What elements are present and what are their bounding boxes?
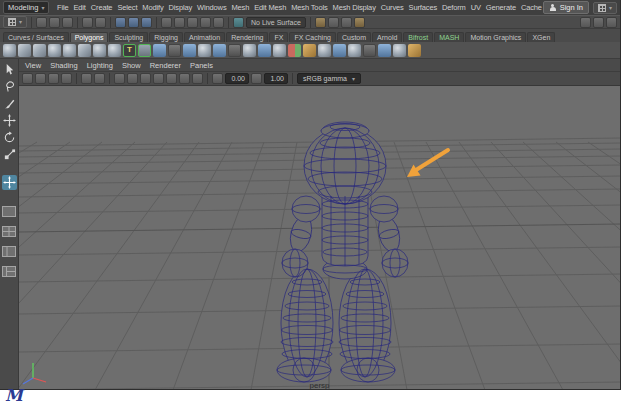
view-transform-dropdown[interactable]: sRGB gamma ▾ [297,73,361,84]
panel-menu-shading[interactable]: Shading [50,61,78,70]
menu-mesh-tools[interactable]: Mesh Tools [289,3,330,12]
menu-mesh-display[interactable]: Mesh Display [330,3,378,12]
tab-bifrost[interactable]: Bifrost [403,32,433,42]
menu-create[interactable]: Create [88,3,115,12]
tab-rigging[interactable]: Rigging [149,32,183,42]
tab-xgen[interactable]: XGen [527,32,555,42]
tab-animation[interactable]: Animation [184,32,225,42]
panel-menu-lighting[interactable]: Lighting [87,61,113,70]
pan-zoom-2d-icon[interactable] [81,73,92,84]
bookmark-icon[interactable] [48,73,59,84]
resolution-gate-icon[interactable] [127,73,138,84]
panel-menu-show[interactable]: Show [122,61,141,70]
target-weld-icon[interactable] [213,44,226,57]
panel-menu-panels[interactable]: Panels [190,61,213,70]
oversampling-icon[interactable] [94,73,105,84]
mirror-icon[interactable] [333,44,346,57]
select-component-icon[interactable] [141,17,152,28]
selection-mask-dropdown[interactable]: ▾ [3,16,27,28]
exposure-field[interactable]: 0.00 [225,73,249,84]
render-settings-icon[interactable] [354,17,365,28]
bridge-icon[interactable] [258,44,271,57]
poly-torus-icon[interactable] [63,44,76,57]
make-live-icon[interactable] [233,17,244,28]
ipr-render-icon[interactable] [341,17,352,28]
open-scene-icon[interactable] [49,17,60,28]
sculpt-brush-icon[interactable] [408,44,421,57]
tab-fx[interactable]: FX [269,32,288,42]
crease-icon[interactable] [393,44,406,57]
safe-action-icon[interactable] [166,73,177,84]
snap-grid-icon[interactable] [161,17,172,28]
render-view-icon[interactable] [315,17,326,28]
lock-camera-icon[interactable] [22,73,33,84]
smooth-mesh-icon[interactable] [378,44,391,57]
poly-cube-icon[interactable] [18,44,31,57]
workspace-selector[interactable]: Modeling ▾ [3,1,49,14]
scale-tool[interactable] [2,147,17,162]
layout-two-pane-button[interactable] [2,243,16,261]
undo-icon[interactable] [82,17,93,28]
new-scene-icon[interactable] [36,17,47,28]
poly-cylinder-icon[interactable] [33,44,46,57]
save-scene-icon[interactable] [62,17,73,28]
rotate-tool[interactable] [2,130,17,145]
tab-mash[interactable]: MASH [434,32,464,42]
menu-display[interactable]: Display [166,3,195,12]
gamma-icon[interactable] [251,73,262,84]
select-object-icon[interactable] [128,17,139,28]
layout-persp-outliner-button[interactable] [2,263,16,281]
snap-view-plane-icon[interactable] [213,17,224,28]
super-shape-icon[interactable] [153,44,166,57]
bevel-icon[interactable] [243,44,256,57]
tab-custom[interactable]: Custom [337,32,371,42]
menu-edit-mesh[interactable]: Edit Mesh [252,3,289,12]
tab-fx-caching[interactable]: FX Caching [289,32,336,42]
image-plane-icon[interactable] [61,73,72,84]
menu-cache[interactable]: Cache [518,3,542,12]
tool-settings-toggle-icon[interactable] [593,17,604,28]
camera-settings-icon[interactable] [35,73,46,84]
tab-curves-surfaces[interactable]: Curves / Surfaces [3,32,69,42]
field-chart-icon[interactable] [153,73,164,84]
lasso-tool[interactable] [2,79,17,94]
snap-projected-center-icon[interactable] [200,17,211,28]
menu-windows[interactable]: Windows [195,3,229,12]
combine-icon[interactable] [303,44,316,57]
layout-four-pane-button[interactable] [2,223,16,241]
booleans-icon[interactable] [288,44,301,57]
snap-point-icon[interactable] [187,17,198,28]
tab-rendering[interactable]: Rendering [226,32,268,42]
tab-polygons[interactable]: Polygons [70,32,109,42]
menu-curves[interactable]: Curves [378,3,406,12]
tab-arnold[interactable]: Arnold [372,32,402,42]
spin-edge-icon[interactable] [363,44,376,57]
separate-icon[interactable] [318,44,331,57]
menu-select[interactable]: Select [115,3,140,12]
panel-menu-view[interactable]: View [25,61,41,70]
poly-plane-icon[interactable] [78,44,91,57]
layout-single-pane-button[interactable] [2,203,16,221]
menu-file[interactable]: File [54,3,71,12]
no-live-surface-field[interactable]: No Live Surface [246,17,306,28]
poly-sphere-icon[interactable] [3,44,16,57]
attribute-editor-toggle-icon[interactable] [580,17,591,28]
paint-selection-tool[interactable] [2,96,17,111]
hud-icon[interactable] [192,73,203,84]
menu-surfaces[interactable]: Surfaces [406,3,439,12]
gate-mask-icon[interactable] [140,73,151,84]
workspace-switcher[interactable]: ▾ [593,2,617,14]
menu-modify[interactable]: Modify [140,3,166,12]
menu-uv[interactable]: UV [468,3,483,12]
multi-cut-icon[interactable] [198,44,211,57]
channel-box-toggle-icon[interactable] [606,17,617,28]
sculpt-tool-icon[interactable] [168,44,181,57]
safe-title-icon[interactable] [179,73,190,84]
render-frame-icon[interactable] [328,17,339,28]
tab-motion-graphics[interactable]: Motion Graphics [465,32,526,42]
redo-icon[interactable] [95,17,106,28]
sign-in-button[interactable]: Sign In [543,1,589,14]
viewport-persp[interactable]: persp [19,86,620,390]
poly-cone-icon[interactable] [48,44,61,57]
tab-sculpting[interactable]: Sculpting [109,32,148,42]
